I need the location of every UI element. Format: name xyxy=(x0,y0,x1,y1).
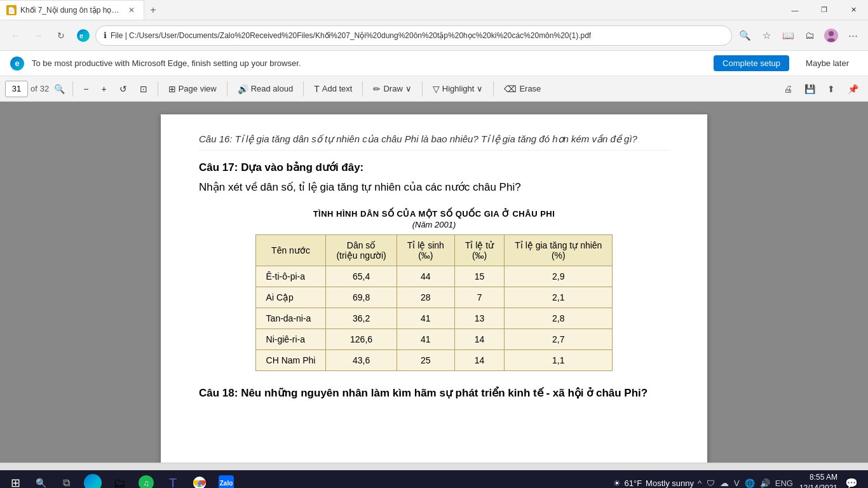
cut-off-text: Câu 16: Tỉ lệ gia tăng dân số tự nhiên c… xyxy=(199,133,669,151)
notification-text: To be most productive with Microsoft Edg… xyxy=(32,58,706,68)
profile-icon[interactable] xyxy=(821,25,841,46)
col-header-death: Tỉ lệ tử(‰) xyxy=(454,235,504,266)
add-text-button[interactable]: T Add text xyxy=(309,81,357,97)
tab-title: Khối 7_Nội dung ôn tập học ki c xyxy=(20,6,122,15)
read-aloud-button[interactable]: 🔊 Read aloud xyxy=(233,81,299,97)
table-cell: 14 xyxy=(454,329,504,350)
taskbar-task-view[interactable]: ⧉ xyxy=(53,470,79,488)
table-cell: 126,6 xyxy=(326,329,397,350)
edge-notification-icon: e xyxy=(10,57,24,71)
tray-windefender-icon[interactable]: V xyxy=(733,477,741,489)
read-mode-icon[interactable]: 📖 xyxy=(778,25,798,46)
table-cell: Ai Cập xyxy=(255,287,326,308)
read-aloud-icon: 🔊 xyxy=(238,84,248,94)
weather-icon: ☀ xyxy=(613,478,621,488)
divider-7 xyxy=(493,81,494,97)
draw-button[interactable]: ✏ Draw ∨ xyxy=(368,81,416,97)
tray-onedrive-icon[interactable]: ☁ xyxy=(719,477,730,488)
taskbar-chrome[interactable] xyxy=(187,470,212,488)
active-tab[interactable]: 📄 Khối 7_Nội dung ôn tập học ki c ✕ xyxy=(0,0,144,20)
table-cell: 2,9 xyxy=(505,266,613,287)
back-button[interactable]: ← xyxy=(5,25,25,46)
pdf-search-button[interactable]: 🔍 xyxy=(51,81,67,97)
horizontal-scrollbar[interactable] xyxy=(0,463,868,470)
zoom-in-button[interactable]: + xyxy=(97,81,112,97)
highlight-chevron: ∨ xyxy=(477,84,483,93)
notification-bar: e To be most productive with Microsoft E… xyxy=(0,51,868,76)
pdf-page: Câu 16: Tỉ lệ gia tăng dân số tự nhiên c… xyxy=(161,114,707,463)
fit-icon: ⊡ xyxy=(140,84,147,94)
rotate-button[interactable]: ↺ xyxy=(114,81,132,97)
table-cell: CH Nam Phi xyxy=(255,350,326,371)
highlight-label: Highlight xyxy=(442,84,475,93)
question-17-title: Câu 17: Dựa vào bảng dưới đây: xyxy=(199,161,669,174)
read-aloud-label: Read aloud xyxy=(251,84,294,93)
table-row: Ni-giê-ri-a126,641142,7 xyxy=(255,329,613,350)
fit-page-button[interactable]: ⊡ xyxy=(135,81,153,97)
page-view-label: Page view xyxy=(179,84,217,93)
tray-speaker-icon[interactable]: 🔊 xyxy=(759,477,771,489)
teams-taskbar-icon: T xyxy=(169,476,177,489)
favorites-icon[interactable]: ☆ xyxy=(756,25,776,46)
system-clock[interactable]: 8:55 AM 12/14/2021 xyxy=(797,472,840,488)
svg-point-3 xyxy=(829,31,834,36)
table-cell: 25 xyxy=(397,350,454,371)
taskbar-spotify[interactable]: ♫ xyxy=(133,470,159,488)
draw-chevron: ∨ xyxy=(405,84,412,93)
taskbar-edge[interactable] xyxy=(80,470,105,488)
plus-icon: + xyxy=(102,84,107,94)
taskbar-teams[interactable]: T xyxy=(160,470,186,488)
new-tab-button[interactable]: + xyxy=(144,1,162,19)
tab-close-button[interactable]: ✕ xyxy=(126,4,137,16)
tray-network-icon[interactable]: 🌐 xyxy=(743,477,756,489)
taskbar-zalo[interactable]: Zalo xyxy=(214,470,239,488)
tray-shield-icon[interactable]: 🛡 xyxy=(705,477,716,489)
divider-6 xyxy=(422,81,423,97)
more-menu-button[interactable]: ⋯ xyxy=(843,25,863,46)
complete-setup-button[interactable]: Complete setup xyxy=(714,55,789,71)
address-bar: ← → ↻ e ℹ File | C:/Users/User/Documents… xyxy=(0,20,868,51)
save-button[interactable]: 💾 xyxy=(799,79,820,99)
zoom-out-button[interactable]: − xyxy=(78,81,93,97)
total-pages: 32 xyxy=(40,84,49,93)
close-button[interactable]: ✕ xyxy=(839,0,868,20)
divider-2 xyxy=(158,81,158,97)
svg-point-4 xyxy=(827,38,835,42)
weather-widget[interactable]: ☀ 61°F Mostly sunny xyxy=(613,478,694,488)
refresh-button[interactable]: ↻ xyxy=(51,25,71,46)
taskbar-files[interactable]: 🗂 xyxy=(107,470,132,488)
taskbar-search-button[interactable]: 🔍 xyxy=(29,471,52,488)
address-input[interactable]: ℹ File | C:/Users/User/Documents/Zalo%20… xyxy=(95,25,732,46)
collections-icon[interactable]: 🗂 xyxy=(799,25,820,46)
divider-3 xyxy=(227,81,227,97)
population-table: Tên nước Dân số(triệu người) Tỉ lệ sinh(… xyxy=(255,234,613,371)
tray-expand-icon[interactable]: ^ xyxy=(696,477,703,489)
forward-button[interactable]: → xyxy=(28,25,48,46)
notification-center-button[interactable]: 💬 xyxy=(843,470,860,488)
tray-language[interactable]: ENG xyxy=(774,477,794,489)
col-header-birth: Tỉ lệ sinh(‰) xyxy=(397,235,454,266)
table-cell: 7 xyxy=(454,287,504,308)
highlight-button[interactable]: ▽ Highlight ∨ xyxy=(428,81,489,97)
page-view-button[interactable]: ⊞ Page view xyxy=(163,81,222,97)
table-row: Tan-da-ni-a36,241132,8 xyxy=(255,308,613,329)
page-view-icon: ⊞ xyxy=(168,84,176,94)
share-button[interactable]: ⬆ xyxy=(821,79,841,99)
add-text-icon: T xyxy=(314,84,320,94)
minimize-button[interactable]: — xyxy=(780,0,810,20)
maximize-button[interactable]: ❐ xyxy=(810,0,839,20)
chrome-taskbar-icon xyxy=(192,475,207,488)
tab-favicon: 📄 xyxy=(6,5,17,15)
highlight-icon: ▽ xyxy=(433,84,440,94)
table-cell: 14 xyxy=(454,350,504,371)
page-number-input[interactable] xyxy=(5,81,28,97)
print-button[interactable]: 🖨 xyxy=(778,79,798,99)
browser-search-icon[interactable]: 🔍 xyxy=(735,25,755,46)
erase-button[interactable]: ⌫ Erase xyxy=(499,81,546,97)
table-cell: 65,4 xyxy=(326,266,397,287)
start-button[interactable]: ⊞ xyxy=(3,470,28,488)
draw-icon: ✏ xyxy=(373,84,381,94)
pin-button[interactable]: 📌 xyxy=(843,79,863,99)
maybe-later-button[interactable]: Maybe later xyxy=(797,55,858,71)
table-row: CH Nam Phi43,625141,1 xyxy=(255,350,613,371)
